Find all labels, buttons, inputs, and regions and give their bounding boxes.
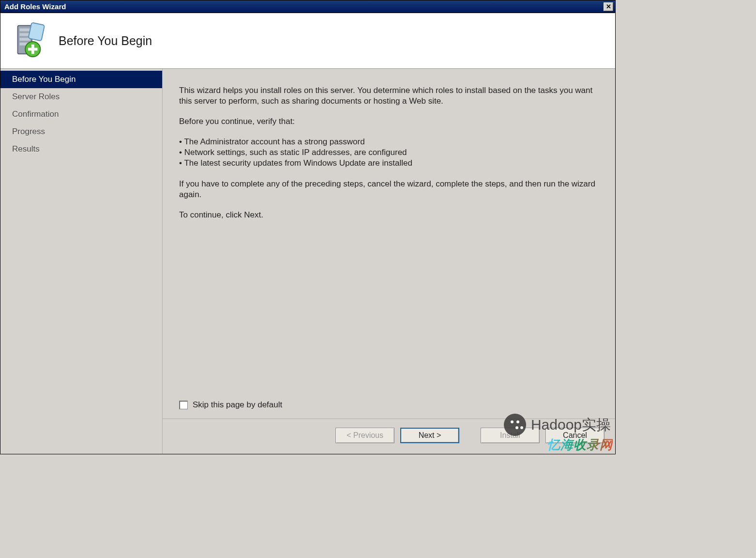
skip-checkbox[interactable]	[179, 401, 188, 409]
bullet-item: Network settings, such as static IP addr…	[179, 147, 599, 158]
svg-rect-5	[29, 22, 45, 41]
button-label: Next >	[419, 431, 441, 440]
sidebar-item-results[interactable]: Results	[0, 140, 162, 158]
sidebar-item-confirmation[interactable]: Confirmation	[0, 106, 162, 123]
close-button[interactable]: ✕	[604, 2, 613, 11]
footer-gap	[465, 428, 475, 443]
sidebar: Before You Begin Server Roles Confirmati…	[0, 69, 163, 454]
svg-rect-8	[28, 48, 38, 51]
verify-list: The Administrator account has a strong p…	[179, 137, 599, 169]
server-role-icon	[9, 22, 47, 60]
verify-heading: Before you continue, verify that:	[179, 116, 599, 127]
sidebar-item-label: Server Roles	[12, 92, 60, 101]
sidebar-item-label: Progress	[12, 127, 45, 136]
sidebar-item-label: Before You Begin	[12, 75, 76, 84]
sidebar-item-before-you-begin[interactable]: Before You Begin	[0, 71, 162, 88]
window-title: Add Roles Wizard	[2, 2, 604, 11]
footer: < Previous Next > Install Cancel	[163, 418, 615, 454]
button-label: Cancel	[563, 431, 587, 440]
close-icon: ✕	[606, 3, 611, 10]
bullet-item: The latest security updates from Windows…	[179, 158, 599, 169]
sidebar-item-label: Results	[12, 144, 40, 154]
previous-button: < Previous	[335, 428, 394, 443]
wizard-body: Before You Begin Server Roles Confirmati…	[0, 69, 615, 454]
page-title: Before You Begin	[59, 34, 152, 48]
cancel-button[interactable]: Cancel	[545, 428, 605, 443]
next-button[interactable]: Next >	[400, 428, 459, 443]
button-label: < Previous	[347, 431, 383, 440]
sidebar-item-server-roles[interactable]: Server Roles	[0, 88, 162, 106]
svg-rect-3	[19, 38, 30, 41]
skip-row: Skip this page by default	[163, 400, 615, 418]
sidebar-item-label: Confirmation	[12, 109, 59, 119]
wizard-window: Add Roles Wizard ✕ Before You Begin Befo	[0, 0, 616, 454]
svg-rect-2	[19, 33, 30, 36]
intro-paragraph: This wizard helps you install roles on t…	[179, 85, 599, 107]
content-pane: This wizard helps you install roles on t…	[163, 69, 615, 454]
wizard-header: Before You Begin	[0, 13, 615, 69]
bullet-item: The Administrator account has a strong p…	[179, 137, 599, 147]
content-text: This wizard helps you install roles on t…	[163, 69, 615, 400]
sidebar-item-progress[interactable]: Progress	[0, 123, 162, 140]
titlebar: Add Roles Wizard ✕	[0, 0, 615, 13]
svg-rect-1	[19, 29, 30, 31]
button-label: Install	[500, 431, 520, 440]
install-button: Install	[481, 428, 540, 443]
continue-note: To continue, click Next.	[179, 210, 599, 220]
cancel-note: If you have to complete any of the prece…	[179, 179, 599, 200]
skip-label: Skip this page by default	[193, 400, 282, 410]
